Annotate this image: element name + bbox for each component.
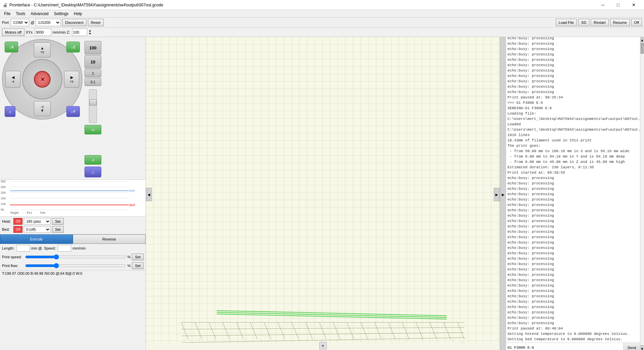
- print-speed-row: Print speed: % Set: [0, 253, 146, 261]
- home-icon: ⌂: [9, 45, 11, 49]
- reset-button[interactable]: Reset: [88, 19, 104, 26]
- home-y-icon: ⌂: [71, 110, 73, 114]
- mm-label: mm @: [31, 246, 42, 250]
- heat-off-button[interactable]: Off: [13, 218, 22, 225]
- scroll-thumb[interactable]: [641, 44, 644, 54]
- menu-settings[interactable]: Settings: [51, 11, 71, 17]
- mm-min-unit-label: mm/min: [72, 246, 86, 250]
- print-speed-slider[interactable]: [25, 254, 126, 260]
- baud-icon: @: [31, 20, 34, 25]
- center-home-button[interactable]: [34, 71, 51, 88]
- length-speed-row: Length: mm @ Speed: mm/min: [0, 244, 146, 253]
- sd-button[interactable]: SD: [578, 19, 589, 26]
- view-toggle-left-button[interactable]: ◀: [146, 188, 152, 201]
- mm-min-label: mm/min Z:: [53, 30, 70, 34]
- console-toggle-button[interactable]: ▶: [500, 37, 506, 350]
- extrude-button[interactable]: Extrude: [0, 234, 73, 244]
- heat-select[interactable]: 185 (pla) 200 220: [24, 218, 51, 225]
- t-status-text: T:199.97 /200.00 B:49.98 /50.00 @:64 B@:…: [2, 271, 82, 275]
- length-input[interactable]: [16, 245, 30, 252]
- menu-file[interactable]: File: [1, 11, 13, 17]
- gcode-view-canvas[interactable]: [146, 37, 500, 343]
- plus-x-button[interactable]: ▶ +x: [64, 71, 79, 88]
- xy-speed-label: XYs: [26, 30, 33, 34]
- xy-speed-input[interactable]: [35, 29, 51, 36]
- close-button[interactable]: ✕: [626, 0, 641, 10]
- view-zoom-button[interactable]: +: [319, 342, 327, 349]
- step-100-button[interactable]: 100: [85, 41, 101, 54]
- z-slider-thumb[interactable]: [89, 99, 97, 105]
- plus-z-label: +z: [91, 128, 95, 132]
- right-panel-container: ▶ echo:busy: processingecho:busy: proces…: [500, 37, 644, 350]
- step-01-button[interactable]: 0.1: [85, 78, 101, 86]
- home-z-bottom-icon: ⌂: [92, 169, 94, 175]
- home-x-button[interactable]: ⌂ X: [5, 42, 18, 52]
- print-flow-slider[interactable]: [25, 263, 126, 268]
- heat-set-button[interactable]: Set: [52, 218, 64, 225]
- bed-row: Bed: Off 0 (off) 60 80 Set: [2, 226, 144, 233]
- bed-select[interactable]: 0 (off) 60 80: [24, 226, 51, 233]
- home-z-button[interactable]: ⌂ Z: [66, 42, 80, 52]
- step-10-button[interactable]: 10: [85, 55, 101, 69]
- minus-y-button[interactable]: -y ▼: [34, 101, 51, 116]
- minus-z-button[interactable]: -z: [85, 155, 101, 165]
- x-label: X: [11, 45, 14, 49]
- center-view: ◀ ▶ +: [146, 37, 500, 350]
- menu-help[interactable]: Help: [71, 11, 85, 17]
- minus-x-button[interactable]: ◀ -x: [5, 71, 20, 88]
- console-input-row: Send: [506, 343, 640, 350]
- port-select[interactable]: COM5: [11, 19, 29, 26]
- port-label: Port: [2, 20, 9, 25]
- home-xy-button[interactable]: ⌂: [5, 106, 15, 117]
- step-1-button[interactable]: 1: [85, 69, 101, 77]
- print-flow-label: Print flow:: [2, 264, 24, 268]
- spinner-up[interactable]: ▲▼: [89, 29, 92, 35]
- speed-input[interactable]: [58, 245, 71, 252]
- plus-y-button[interactable]: ▲ +y: [34, 42, 51, 57]
- print-flow-row: Print flow: % Set: [0, 261, 146, 270]
- print-flow-set-button[interactable]: Set: [132, 262, 144, 269]
- print-speed-set-button[interactable]: Set: [132, 254, 144, 260]
- heat-label: Heat:: [2, 219, 12, 223]
- motors-off-button[interactable]: Motors off: [2, 29, 24, 36]
- console-scrollbar[interactable]: ▲ ▼: [640, 37, 644, 350]
- titlebar: 🖨 Pronterface - C:\Users\mert_\Desktop\M…: [0, 0, 644, 10]
- plus-z-button[interactable]: +z: [85, 125, 101, 134]
- console-input[interactable]: [506, 343, 623, 350]
- scroll-down-button[interactable]: ▼: [640, 345, 644, 350]
- plus-y-label: +y: [41, 50, 44, 54]
- minimize-button[interactable]: ─: [595, 0, 610, 10]
- minus-y-label: -y: [41, 105, 44, 108]
- print-speed-label: Print speed:: [2, 255, 24, 259]
- z-speed-input[interactable]: [72, 29, 87, 36]
- load-file-button[interactable]: Load File: [556, 19, 577, 26]
- bed-set-button[interactable]: Set: [52, 226, 64, 233]
- resume-button[interactable]: Resume: [610, 19, 630, 26]
- baud-select[interactable]: 115200: [36, 19, 61, 26]
- minus-z-label: -z: [91, 158, 94, 162]
- home-z-bottom-button[interactable]: ⌂: [85, 167, 101, 177]
- menu-tools[interactable]: Tools: [13, 11, 28, 17]
- xy-jog-pad: 100 10 ⌂ X ⌂ Z ▲: [2, 39, 83, 120]
- off-button[interactable]: Off: [631, 19, 642, 26]
- restart-button[interactable]: Restart: [591, 19, 608, 26]
- plus-x-label: +x: [70, 80, 73, 83]
- extrude-row: Extrude Reverse: [0, 234, 146, 244]
- reverse-button[interactable]: Reverse: [73, 234, 146, 244]
- left-arrow-icon: ◀: [12, 75, 14, 80]
- home-y-button[interactable]: ⌂ Y: [66, 106, 80, 117]
- temperature-chart: [0, 179, 146, 216]
- heat-controls: Heat: Off 185 (pla) 200 220 Set Bed: Off…: [0, 216, 146, 234]
- console-output[interactable]: echo:busy: processingecho:busy: processi…: [506, 37, 640, 343]
- maximize-button[interactable]: □: [610, 0, 626, 10]
- menu-advanced[interactable]: Advanced: [28, 11, 51, 17]
- send-button[interactable]: Send: [623, 343, 640, 350]
- bed-off-button[interactable]: Off: [13, 226, 22, 233]
- up-arrow-icon: ▲: [41, 46, 44, 50]
- print-flow-pct: %: [127, 264, 131, 268]
- scroll-up-button[interactable]: ▲: [640, 37, 644, 44]
- disconnect-button[interactable]: Disconnect: [62, 19, 86, 26]
- view-toggle-right-button[interactable]: ▶: [494, 188, 500, 201]
- length-label: Length:: [2, 246, 14, 250]
- toolbar: Port COM5 @ 115200 Disconnect Reset Load…: [0, 17, 644, 28]
